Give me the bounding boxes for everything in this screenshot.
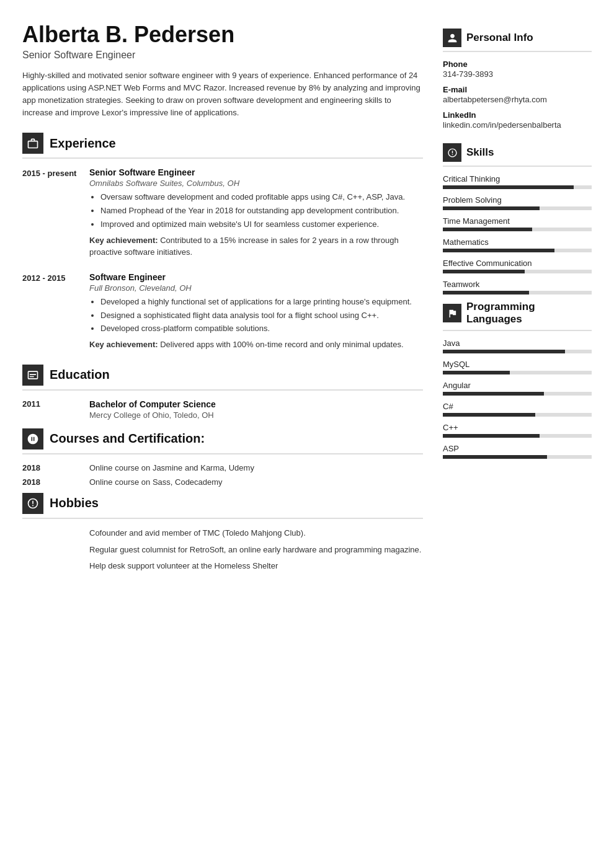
prog-lang-bar-fill: [443, 371, 510, 374]
edu-year: 2011: [22, 399, 78, 420]
linkedin-label: LinkedIn: [443, 110, 592, 120]
prog-lang-item: C#: [443, 402, 592, 417]
prog-lang-list: JavaMySQLAngularC#C++ASP: [443, 339, 592, 459]
right-column: Personal Info Phone 314-739-3893 E-mail …: [443, 22, 592, 846]
exp-company: Full Bronson, Cleveland, OH: [89, 283, 423, 293]
course-desc: Online course on Jasmine and Karma, Udem…: [89, 463, 254, 472]
exp-body: Software EngineerFull Bronson, Cleveland…: [89, 272, 423, 351]
prog-lang-name: C++: [443, 423, 592, 432]
courses-section-header: Courses and Certification:: [22, 428, 423, 454]
exp-bullet: Named Prophead of the Year in 2018 for o…: [100, 205, 423, 217]
edu-body: Bachelor of Computer ScienceMercy Colleg…: [89, 399, 216, 420]
prog-lang-bar-bg: [443, 371, 592, 374]
skill-item: Effective Communication: [443, 259, 592, 273]
prog-lang-bar-bg: [443, 350, 592, 353]
prog-lang-bar-fill: [443, 392, 544, 396]
course-desc: Online course on Sass, Codecademy: [89, 477, 223, 487]
exp-company: Omnilabs Software Suites, Columbus, OH: [89, 179, 423, 188]
person-summary: Highly-skilled and motivated senior soft…: [22, 69, 423, 120]
prog-lang-bar-bg: [443, 434, 592, 438]
hobbies-svg: [27, 497, 39, 510]
prog-lang-bar-fill: [443, 350, 565, 353]
education-icon: [22, 365, 43, 386]
exp-item: 2012 - 2015Software EngineerFull Bronson…: [22, 272, 423, 351]
personal-info-icon: [443, 29, 461, 47]
skill-bar-fill: [443, 249, 554, 252]
prog-lang-bar-fill: [443, 413, 535, 417]
prog-lang-name: Java: [443, 339, 592, 348]
hobby-item: Cofounder and avid member of TMC (Toledo…: [89, 528, 423, 539]
exp-job-title: Senior Software Engineer: [89, 167, 423, 177]
personal-info-title: Personal Info: [466, 32, 533, 44]
skill-name: Time Management: [443, 216, 592, 226]
prog-lang-item: ASP: [443, 444, 592, 459]
personal-info-block: Phone 314-739-3893 E-mail albertabpeters…: [443, 60, 592, 130]
skill-item: Time Management: [443, 216, 592, 231]
skill-bar-bg: [443, 270, 592, 273]
resume-wrapper: Alberta B. Pedersen Senior Software Engi…: [0, 0, 614, 868]
experience-icon: [22, 133, 43, 154]
hobby-item: Help desk support volunteer at the Homel…: [89, 560, 423, 572]
skill-name: Problem Solving: [443, 195, 592, 205]
prog-lang-name: MySQL: [443, 360, 592, 369]
prog-lang-item: MySQL: [443, 360, 592, 374]
skill-item: Mathematics: [443, 237, 592, 252]
email-item: E-mail albertabpetersen@rhyta.com: [443, 85, 592, 104]
exp-dates: 2015 - present: [22, 167, 78, 259]
prog-lang-bar-bg: [443, 413, 592, 417]
skill-item: Problem Solving: [443, 195, 592, 210]
exp-item: 2015 - presentSenior Software EngineerOm…: [22, 167, 423, 259]
exp-bullet: Developed a highly functional set of app…: [100, 296, 423, 308]
experience-list: 2015 - presentSenior Software EngineerOm…: [22, 167, 423, 351]
skills-svg: [447, 148, 458, 158]
skill-name: Teamwork: [443, 280, 592, 289]
exp-bullet: Designed a sophisticated flight data ana…: [100, 310, 423, 322]
prog-lang-bar-bg: [443, 392, 592, 396]
course-item: 2018Online course on Sass, Codecademy: [22, 477, 423, 487]
person-title: Senior Software Engineer: [22, 50, 423, 61]
phone-label: Phone: [443, 60, 592, 69]
courses-icon: [22, 428, 43, 450]
exp-dates: 2012 - 2015: [22, 272, 78, 351]
linkedin-value: linkedin.com/in/pedersenbalberta: [443, 120, 592, 130]
prog-lang-item: Angular: [443, 381, 592, 396]
hobbies-list: Cofounder and avid member of TMC (Toledo…: [22, 528, 423, 573]
exp-bullets: Developed a highly functional set of app…: [89, 296, 423, 335]
prog-lang-item: Java: [443, 339, 592, 353]
hobbies-title: Hobbies: [50, 496, 99, 510]
skill-name: Mathematics: [443, 237, 592, 247]
course-year: 2018: [22, 463, 78, 472]
skill-bar-fill: [443, 206, 540, 210]
skill-bar-bg: [443, 249, 592, 252]
skill-bar-fill: [443, 291, 529, 294]
skill-bar-bg: [443, 185, 592, 189]
courses-list: 2018Online course on Jasmine and Karma, …: [22, 463, 423, 487]
prog-lang-bar-bg: [443, 455, 592, 459]
key-achievement: Key achievement: Delivered apps with 100…: [89, 339, 423, 351]
experience-section-header: Experience: [22, 133, 423, 159]
skill-bar-bg: [443, 206, 592, 210]
prog-lang-title: Programming Languages: [466, 301, 592, 326]
courses-svg: [27, 433, 39, 445]
skill-bar-fill: [443, 185, 574, 189]
left-column: Alberta B. Pedersen Senior Software Engi…: [22, 22, 423, 846]
skills-title: Skills: [466, 146, 494, 159]
person-name: Alberta B. Pedersen: [22, 22, 423, 47]
prog-lang-bar-fill: [443, 455, 547, 459]
exp-bullet: Oversaw software development and coded p…: [100, 192, 423, 203]
skill-bar-fill: [443, 270, 525, 273]
experience-title: Experience: [50, 136, 116, 151]
exp-body: Senior Software EngineerOmnilabs Softwar…: [89, 167, 423, 259]
exp-bullets: Oversaw software development and coded p…: [89, 192, 423, 231]
prog-lang-section-header: Programming Languages: [443, 301, 592, 331]
exp-bullet: Improved and optimized main website's UI…: [100, 219, 423, 231]
prog-lang-item: C++: [443, 423, 592, 438]
email-label: E-mail: [443, 85, 592, 94]
exp-bullet: Developed cross-platform compatible solu…: [100, 323, 423, 335]
education-list: 2011Bachelor of Computer ScienceMercy Co…: [22, 399, 423, 420]
hobby-item: Regular guest columnist for RetroSoft, a…: [89, 544, 423, 556]
prog-lang-name: ASP: [443, 444, 592, 453]
course-year: 2018: [22, 477, 78, 487]
exp-job-title: Software Engineer: [89, 272, 423, 282]
skills-icon: [443, 143, 461, 162]
